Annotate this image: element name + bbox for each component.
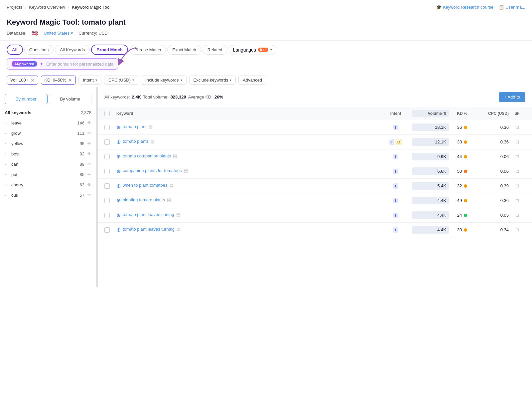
row-checkbox[interactable] xyxy=(104,213,110,218)
row-checkbox[interactable] xyxy=(104,198,110,203)
add-to-button[interactable]: + Add to xyxy=(499,92,525,102)
chevron-right-icon: › xyxy=(5,173,9,176)
serp-icon[interactable]: ▤ xyxy=(177,227,181,232)
sf-icon[interactable]: ⊡ xyxy=(515,169,519,174)
tab-exact-match[interactable]: Exact Match xyxy=(167,45,201,55)
keyword-link[interactable]: when to plant tomatoes xyxy=(123,183,167,188)
sf-icon[interactable]: ⊡ xyxy=(515,183,519,188)
tabs-container: All Questions All Keywords Broad Match P… xyxy=(0,41,532,55)
add-keyword-icon[interactable]: ⊕ xyxy=(116,124,121,130)
chevron-right-icon: › xyxy=(5,193,9,197)
eye-icon[interactable]: 👁 xyxy=(87,162,91,167)
sf-icon[interactable]: ⊡ xyxy=(515,227,519,232)
sidebar-item-curl[interactable]: › curl 57 👁 xyxy=(0,190,96,200)
col-header-check xyxy=(104,111,116,116)
add-keyword-icon[interactable]: ⊕ xyxy=(116,197,121,204)
keyword-link[interactable]: tomato plant xyxy=(123,124,147,129)
tab-related[interactable]: Related xyxy=(202,45,227,55)
row-intent-cell: I xyxy=(379,213,412,218)
tab-phrase-match[interactable]: Phrase Match xyxy=(129,45,166,55)
serp-icon[interactable]: ▤ xyxy=(149,124,153,129)
tab-all-keywords[interactable]: All Keywords xyxy=(55,45,90,55)
row-checkbox-cell xyxy=(104,198,116,203)
row-checkbox[interactable] xyxy=(104,227,110,233)
main-content: All keywords: 2.4K Total volume: 823,320… xyxy=(98,87,532,287)
row-keyword-cell: ⊕ tomato plant leaves turning ▤ xyxy=(116,227,379,233)
row-checkbox[interactable] xyxy=(104,169,110,174)
ai-bar[interactable]: AI-powered ✦ Enter domain for personaliz… xyxy=(7,58,118,70)
row-checkbox[interactable] xyxy=(104,125,110,130)
serp-icon[interactable]: ▤ xyxy=(167,197,171,202)
sf-icon[interactable]: ⊡ xyxy=(515,154,519,159)
filter-exclude-keywords[interactable]: Exclude keywords ▾ xyxy=(189,76,236,85)
tab-broad-match[interactable]: Broad Match xyxy=(91,45,128,55)
col-header-volume[interactable]: Volume ⇅ xyxy=(412,110,449,117)
add-keyword-icon[interactable]: ⊕ xyxy=(116,153,121,160)
keyword-link[interactable]: tomato plant leaves turning xyxy=(123,227,175,232)
eye-icon[interactable]: 👁 xyxy=(87,151,91,156)
toggle-by-number[interactable]: By number xyxy=(5,94,48,104)
breadcrumb-overview[interactable]: Keyword Overview xyxy=(29,5,65,10)
row-intent-cell: I xyxy=(379,125,412,130)
row-checkbox[interactable] xyxy=(104,154,110,159)
filter-vol-close[interactable]: ✕ xyxy=(31,78,35,83)
kd-dot xyxy=(464,184,467,188)
filter-cpc[interactable]: CPC (USD) ▾ xyxy=(104,76,138,85)
sidebar-item-can[interactable]: › can 89 👁 xyxy=(0,159,96,169)
ai-domain-input[interactable]: Enter domain for personalized data xyxy=(46,62,113,67)
row-intent-cell: I xyxy=(379,227,412,233)
sidebar-item-best[interactable]: › best 92 👁 xyxy=(0,149,96,159)
filter-vol[interactable]: Vol: 100+ ✕ xyxy=(7,76,38,85)
chevron-right-icon: › xyxy=(5,121,9,125)
breadcrumb-projects[interactable]: Projects xyxy=(7,5,22,10)
row-checkbox[interactable] xyxy=(104,139,110,145)
add-keyword-icon[interactable]: ⊕ xyxy=(116,139,121,145)
filter-include-keywords[interactable]: Include keywords ▾ xyxy=(141,76,186,85)
eye-icon[interactable]: 👁 xyxy=(87,120,91,125)
beta-badge: beta xyxy=(258,48,268,52)
add-keyword-icon[interactable]: ⊕ xyxy=(116,183,121,189)
eye-icon[interactable]: 👁 xyxy=(87,131,91,136)
sf-icon[interactable]: ⊡ xyxy=(515,198,519,203)
eye-icon[interactable]: 👁 xyxy=(87,141,91,146)
keyword-link[interactable]: planting tomato plants xyxy=(123,197,165,202)
row-checkbox[interactable] xyxy=(104,183,110,189)
serp-icon[interactable]: ▤ xyxy=(173,153,177,158)
filter-kd-close[interactable]: ✕ xyxy=(68,78,72,83)
eye-icon[interactable]: 👁 xyxy=(87,172,91,177)
tab-questions[interactable]: Questions xyxy=(24,45,54,55)
sidebar-item-grow[interactable]: › grow 111 👁 xyxy=(0,128,96,138)
tab-all[interactable]: All xyxy=(7,45,23,55)
sf-icon[interactable]: ⊡ xyxy=(515,125,519,130)
serp-icon[interactable]: ▤ xyxy=(169,183,173,188)
keyword-link[interactable]: tomato companion plants xyxy=(123,153,171,158)
breadcrumb-sep-1: › xyxy=(25,5,26,10)
sf-icon[interactable]: ⊡ xyxy=(515,139,519,144)
keyword-link[interactable]: tomato plant leaves curling xyxy=(123,212,174,217)
sidebar-item-pot[interactable]: › pot 85 👁 xyxy=(0,169,96,180)
sidebar-item-yellow[interactable]: › yellow 95 👁 xyxy=(0,138,96,149)
eye-icon[interactable]: 👁 xyxy=(87,193,91,198)
add-keyword-icon[interactable]: ⊕ xyxy=(116,212,121,218)
table-row: ⊕ tomato companion plants ▤ I 9.9K 44 0.… xyxy=(98,149,532,164)
sidebar-item-leave[interactable]: › leave 146 👁 xyxy=(0,118,96,128)
toggle-by-volume[interactable]: By volume xyxy=(49,94,92,104)
keyword-link[interactable]: companion plants for tomatoes xyxy=(123,168,182,173)
serp-icon[interactable]: ▤ xyxy=(184,168,188,173)
sf-icon[interactable]: ⊡ xyxy=(515,213,519,218)
user-manual-link[interactable]: 📋 User ma... xyxy=(499,5,525,10)
filter-intent[interactable]: Intent ▾ xyxy=(78,76,101,85)
keyword-course-link[interactable]: 🎓 Keyword Research course xyxy=(436,5,493,10)
filter-advanced[interactable]: Advanced xyxy=(238,76,266,85)
sidebar-item-cherry[interactable]: › cherry 63 👁 xyxy=(0,180,96,190)
keyword-link[interactable]: tomato plants xyxy=(123,139,149,144)
serp-icon[interactable]: ▤ xyxy=(176,212,180,217)
add-keyword-icon[interactable]: ⊕ xyxy=(116,227,121,233)
eye-icon[interactable]: 👁 xyxy=(87,182,91,187)
database-value[interactable]: United States ▾ xyxy=(44,31,73,36)
serp-icon[interactable]: ▤ xyxy=(151,139,155,144)
filter-kd[interactable]: KD: 0–50% ✕ xyxy=(41,76,76,85)
tab-languages[interactable]: Languages beta ▾ xyxy=(229,45,277,55)
header-checkbox[interactable] xyxy=(104,111,110,116)
add-keyword-icon[interactable]: ⊕ xyxy=(116,168,121,174)
